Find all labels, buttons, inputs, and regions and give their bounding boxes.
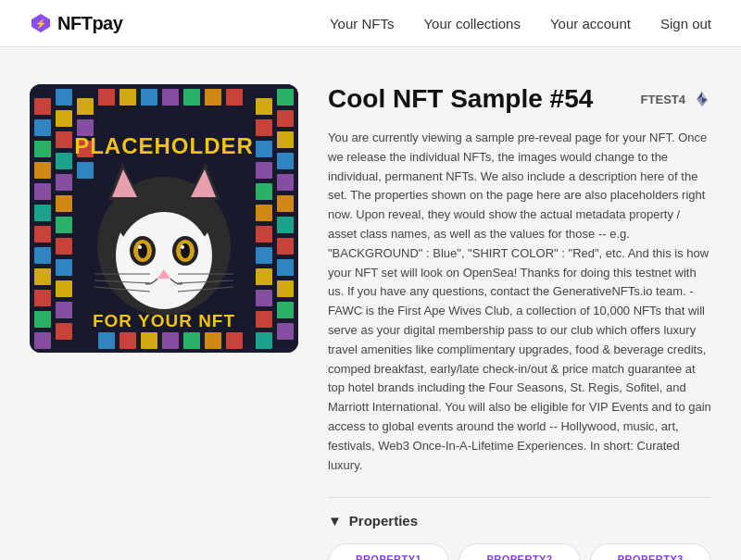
svg-rect-56	[119, 89, 136, 106]
svg-text:⚡: ⚡	[35, 18, 47, 30]
svg-rect-24	[56, 280, 72, 297]
svg-rect-51	[277, 259, 294, 276]
property-type: PROPERTY2	[474, 554, 564, 560]
svg-rect-27	[77, 98, 94, 115]
nft-title: Cool NFT Sample #54	[328, 84, 593, 114]
svg-rect-26	[56, 323, 72, 340]
svg-rect-65	[162, 332, 179, 349]
property-type: PROPERTY3	[606, 554, 696, 560]
svg-rect-41	[256, 311, 272, 328]
nft-title-row: Cool NFT Sample #54 FTEST4	[328, 84, 711, 114]
svg-rect-10	[34, 247, 51, 264]
nav-your-collections[interactable]: Your collections	[423, 16, 521, 31]
svg-rect-5	[34, 141, 51, 157]
nft-badge: FTEST4	[641, 93, 685, 106]
nft-badge-row: FTEST4	[641, 90, 711, 108]
svg-rect-42	[256, 332, 272, 349]
svg-rect-25	[56, 302, 72, 318]
svg-rect-47	[277, 174, 294, 191]
svg-rect-8	[34, 205, 51, 221]
svg-rect-32	[256, 119, 272, 136]
svg-text:FOR YOUR NFT: FOR YOUR NFT	[93, 311, 235, 330]
logo-icon: ⚡	[30, 12, 52, 34]
svg-rect-45	[277, 131, 294, 148]
nav-your-account[interactable]: Your account	[550, 16, 631, 31]
site-header: ⚡ NFTpay Your NFTs Your collections Your…	[0, 0, 741, 47]
svg-rect-60	[205, 89, 221, 106]
svg-rect-39	[256, 268, 272, 285]
nft-details: Cool NFT Sample #54 FTEST4 You are curre…	[328, 84, 711, 560]
svg-rect-46	[277, 153, 294, 169]
nft-placeholder-image: PLACEHOLDER	[30, 84, 298, 353]
property-card: PROPERTY1Trait Name	[328, 543, 449, 560]
svg-rect-48	[277, 195, 294, 212]
svg-rect-61	[226, 89, 243, 106]
svg-rect-3	[34, 98, 51, 115]
logo-text: NFTpay	[57, 13, 122, 34]
svg-rect-23	[56, 259, 72, 276]
svg-rect-64	[141, 332, 157, 349]
svg-rect-54	[277, 323, 294, 340]
nav-sign-out[interactable]: Sign out	[660, 16, 711, 31]
nav-your-nfts[interactable]: Your NFTs	[330, 16, 394, 31]
svg-rect-68	[226, 332, 243, 349]
svg-point-81	[138, 245, 142, 249]
nft-description: You are currently viewing a sample pre-r…	[328, 129, 711, 475]
svg-rect-15	[56, 89, 72, 106]
main-nav: Your NFTs Your collections Your account …	[330, 16, 711, 31]
svg-rect-59	[183, 89, 200, 106]
ethereum-icon	[693, 90, 711, 108]
svg-rect-30	[77, 162, 94, 179]
svg-rect-7	[34, 183, 51, 200]
main-content: PLACEHOLDER	[0, 47, 741, 560]
svg-rect-58	[162, 89, 179, 106]
svg-rect-34	[256, 162, 272, 179]
properties-section: ▼ Properties PROPERTY1Trait NamePROPERTY…	[328, 497, 711, 560]
svg-rect-66	[183, 332, 200, 349]
svg-rect-67	[205, 332, 221, 349]
svg-rect-38	[256, 247, 272, 264]
property-type: PROPERTY1	[344, 554, 433, 560]
svg-rect-43	[277, 89, 294, 106]
svg-rect-9	[34, 226, 51, 243]
svg-rect-44	[277, 110, 294, 127]
svg-rect-16	[56, 110, 72, 127]
svg-rect-53	[277, 302, 294, 318]
nft-image-container: PLACEHOLDER	[30, 84, 298, 353]
svg-rect-14	[34, 332, 51, 349]
svg-point-77	[118, 212, 210, 308]
svg-rect-62	[98, 332, 115, 349]
svg-rect-19	[56, 174, 72, 191]
chevron-down-icon: ▼	[328, 513, 342, 529]
property-card: PROPERTY2Trait Name	[458, 543, 580, 560]
svg-rect-11	[34, 268, 51, 285]
svg-rect-6	[34, 162, 51, 179]
svg-text:PLACEHOLDER: PLACEHOLDER	[74, 133, 254, 158]
properties-toggle[interactable]: ▼ Properties	[328, 513, 711, 529]
svg-rect-22	[56, 238, 72, 255]
svg-rect-4	[34, 119, 51, 136]
svg-point-85	[181, 245, 184, 249]
svg-rect-20	[56, 195, 72, 212]
svg-rect-40	[256, 290, 272, 306]
property-card: PROPERTY3Trait Name	[590, 543, 711, 560]
svg-rect-35	[256, 183, 272, 200]
svg-rect-33	[256, 141, 272, 157]
svg-rect-52	[277, 280, 294, 297]
svg-rect-37	[256, 226, 272, 243]
svg-rect-13	[34, 311, 51, 328]
svg-rect-18	[56, 153, 72, 169]
svg-rect-12	[34, 290, 51, 306]
svg-rect-49	[277, 217, 294, 233]
svg-rect-36	[256, 205, 272, 221]
properties-label: Properties	[349, 513, 418, 529]
svg-rect-17	[56, 131, 72, 148]
svg-rect-31	[256, 98, 272, 115]
properties-grid: PROPERTY1Trait NamePROPERTY2Trait NamePR…	[328, 543, 711, 560]
svg-rect-57	[141, 89, 157, 106]
svg-rect-21	[56, 217, 72, 233]
svg-rect-63	[119, 332, 136, 349]
svg-rect-55	[98, 89, 115, 106]
svg-rect-50	[277, 238, 294, 255]
logo: ⚡ NFTpay	[30, 12, 122, 34]
